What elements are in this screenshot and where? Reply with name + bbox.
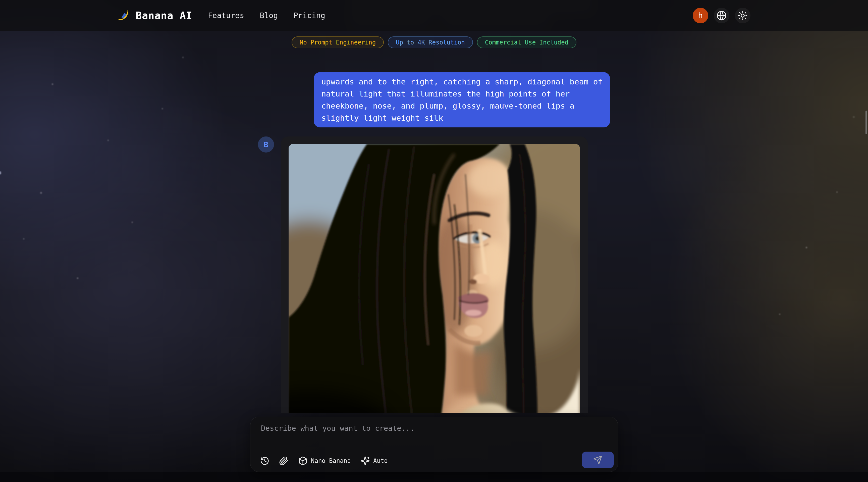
sun-icon xyxy=(737,10,748,21)
box-icon xyxy=(298,456,308,466)
badge-4k-resolution: Up to 4K Resolution xyxy=(388,36,473,48)
hero-badges: No Prompt Engineering Up to 4K Resolutio… xyxy=(0,36,868,48)
nav-right-actions: h xyxy=(693,8,750,23)
history-icon xyxy=(260,456,270,466)
quality-mode-button[interactable]: Auto xyxy=(361,456,388,466)
prompt-input[interactable] xyxy=(261,424,583,446)
badge-label: Commercial Use Included xyxy=(485,39,568,46)
composer-toolbar: Nano Banana Auto xyxy=(260,456,388,466)
language-button[interactable] xyxy=(714,8,730,23)
generated-portrait-image xyxy=(288,144,580,413)
sparkles-icon xyxy=(361,456,370,466)
nav-links: Features Blog Pricing xyxy=(208,11,325,20)
prompt-composer: Nano Banana Auto xyxy=(250,417,618,472)
assistant-avatar: B xyxy=(258,137,274,153)
model-selector-button[interactable]: Nano Banana xyxy=(298,456,351,466)
attach-button[interactable] xyxy=(279,456,288,466)
theme-toggle-button[interactable] xyxy=(735,8,750,23)
brand-link[interactable]: Banana AI xyxy=(118,9,192,22)
badge-label: No Prompt Engineering xyxy=(300,39,376,46)
paperclip-icon xyxy=(279,456,288,466)
top-nav: Banana AI Features Blog Pricing h xyxy=(0,0,868,31)
nav-link-features[interactable]: Features xyxy=(208,11,244,20)
badge-no-prompt-engineering: No Prompt Engineering xyxy=(291,36,384,48)
generated-image-card[interactable] xyxy=(281,137,588,413)
send-button[interactable] xyxy=(582,452,614,468)
user-message-bubble: upwards and to the right, catching a sha… xyxy=(314,72,610,127)
user-avatar-initial: h xyxy=(698,11,703,20)
globe-icon xyxy=(716,10,727,21)
chat-column: upwards and to the right, catching a sha… xyxy=(258,0,610,413)
chat-scroll-area[interactable]: upwards and to the right, catching a sha… xyxy=(0,0,868,413)
bottom-edge-band xyxy=(0,472,868,482)
nav-link-blog[interactable]: Blog xyxy=(260,11,278,20)
badge-commercial-use: Commercial Use Included xyxy=(477,36,577,48)
assistant-message-row: B xyxy=(258,137,610,413)
nav-link-pricing[interactable]: Pricing xyxy=(293,11,325,20)
user-avatar-button[interactable]: h xyxy=(693,8,708,23)
model-selector-label: Nano Banana xyxy=(311,457,351,464)
send-icon xyxy=(593,455,602,464)
page-scrollbar-thumb[interactable] xyxy=(866,111,867,134)
banana-logo-icon xyxy=(118,9,131,22)
generated-image-frame xyxy=(288,144,580,413)
quality-mode-label: Auto xyxy=(373,457,388,464)
history-button[interactable] xyxy=(260,456,270,466)
brand-name: Banana AI xyxy=(135,10,192,21)
assistant-avatar-initial: B xyxy=(264,140,268,149)
badge-label: Up to 4K Resolution xyxy=(396,39,465,46)
